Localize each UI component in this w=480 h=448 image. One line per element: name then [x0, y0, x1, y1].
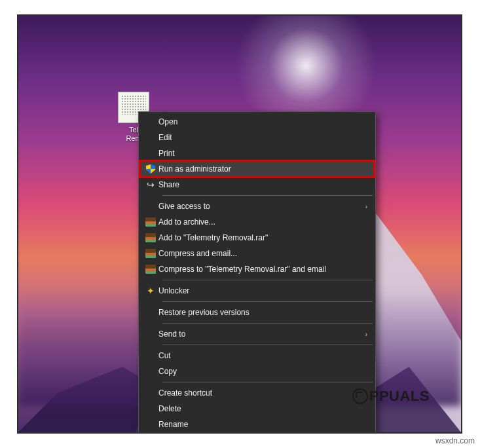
menu-label: Edit	[158, 133, 354, 142]
menu-label: Add to "Telemetry Removal.rar"	[158, 233, 354, 242]
appuals-watermark: PPUALS	[352, 388, 430, 405]
menu-cut[interactable]: Cut	[140, 348, 374, 364]
menu-label: Unlocker	[158, 286, 354, 295]
menu-label: Create shortcut	[158, 388, 354, 398]
chevron-right-icon: ›	[365, 203, 367, 210]
menu-copy[interactable]: Copy	[140, 364, 374, 379]
menu-separator	[162, 301, 373, 302]
wand-icon: ✦	[147, 286, 155, 296]
menu-label: Open	[158, 117, 354, 126]
menu-label: Compress and email...	[158, 249, 354, 258]
menu-restore-versions[interactable]: Restore previous versions	[140, 305, 374, 320]
winrar-icon	[145, 249, 156, 258]
winrar-icon	[145, 265, 156, 274]
menu-label: Add to archive...	[158, 217, 354, 227]
menu-run-as-admin[interactable]: Run as administrator	[140, 161, 374, 177]
menu-share[interactable]: ↪ Share	[140, 177, 374, 193]
menu-label: Compress to "Telemetry Removal.rar" and …	[158, 265, 354, 274]
menu-label: Restore previous versions	[158, 308, 354, 317]
menu-label: Share	[158, 180, 354, 189]
menu-separator	[162, 345, 373, 345]
appuals-logo-icon	[352, 388, 368, 404]
menu-label: Rename	[158, 420, 354, 429]
source-url-watermark: wsxdn.com	[435, 436, 475, 445]
appuals-text: PPUALS	[369, 388, 430, 405]
menu-unlocker[interactable]: ✦ Unlocker	[140, 283, 374, 299]
menu-add-named-archive[interactable]: Add to "Telemetry Removal.rar"	[140, 230, 374, 246]
menu-rename[interactable]: Rename	[140, 417, 374, 432]
menu-label: Print	[158, 149, 354, 158]
menu-edit[interactable]: Edit	[140, 130, 374, 145]
context-menu: Open Edit Print Run as administrator ↪ S…	[138, 111, 376, 434]
menu-label: Run as administrator	[158, 164, 354, 174]
menu-compress-email[interactable]: Compress and email...	[140, 246, 374, 261]
winrar-icon	[145, 217, 156, 227]
menu-delete[interactable]: Delete	[140, 401, 374, 417]
menu-print[interactable]: Print	[140, 145, 374, 161]
winrar-icon	[145, 233, 156, 242]
menu-label: Copy	[158, 367, 354, 376]
menu-label: Cut	[158, 351, 354, 360]
menu-separator	[162, 280, 373, 280]
menu-label: Give access to	[158, 202, 354, 211]
menu-separator	[162, 382, 373, 383]
menu-label: Send to	[158, 329, 354, 339]
shield-icon	[146, 164, 155, 174]
share-icon: ↪	[147, 179, 155, 190]
desktop-frame: Tel Rem Open Edit Print Run as administr…	[17, 14, 462, 434]
menu-send-to[interactable]: Send to ›	[140, 326, 374, 342]
menu-add-archive[interactable]: Add to archive...	[140, 214, 374, 230]
menu-label: Delete	[158, 404, 354, 413]
menu-separator	[162, 323, 373, 324]
menu-separator	[162, 195, 373, 196]
menu-give-access[interactable]: Give access to ›	[140, 198, 374, 214]
menu-create-shortcut[interactable]: Create shortcut	[140, 385, 374, 401]
menu-compress-named-email[interactable]: Compress to "Telemetry Removal.rar" and …	[140, 261, 374, 277]
menu-open[interactable]: Open	[140, 114, 374, 130]
chevron-right-icon: ›	[365, 331, 367, 338]
